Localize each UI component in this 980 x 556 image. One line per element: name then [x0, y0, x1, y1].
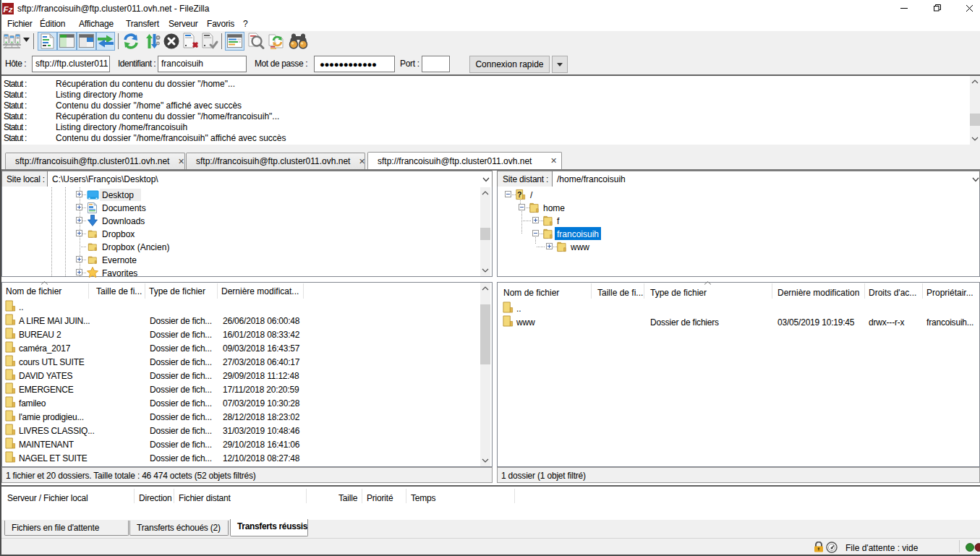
svg-text:?: ?	[517, 190, 521, 199]
svg-text:Fz: Fz	[4, 5, 13, 14]
